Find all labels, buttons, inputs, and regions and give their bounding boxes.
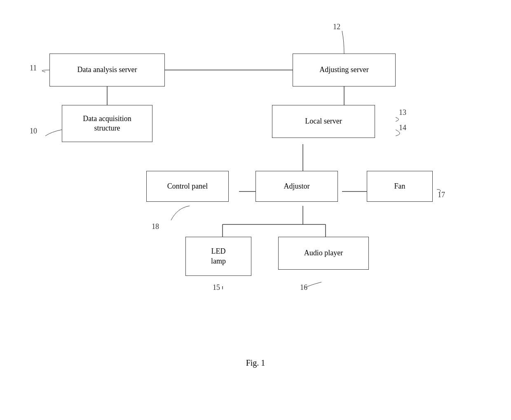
data-acquisition-structure-box: Data acquisitionstructure xyxy=(62,105,152,142)
adjusting-server-label: Adjusting server xyxy=(319,65,368,75)
local-server-label: Local server xyxy=(305,117,342,126)
fan-box: Fan xyxy=(367,171,433,202)
adjustor-box: Adjustor xyxy=(256,171,338,202)
data-acquisition-structure-label: Data acquisitionstructure xyxy=(83,114,131,133)
label-11: 11 xyxy=(30,64,37,72)
led-lamp-label: LEDlamp xyxy=(211,247,226,266)
label-15: 15 xyxy=(213,283,220,292)
control-panel-label: Control panel xyxy=(167,182,208,191)
fan-label: Fan xyxy=(394,182,406,191)
label-10: 10 xyxy=(30,127,37,135)
led-lamp-box: LEDlamp xyxy=(185,237,251,276)
adjustor-label: Adjustor xyxy=(284,182,310,191)
label-16: 16 xyxy=(300,283,307,292)
data-analysis-server-box: Data analysis server xyxy=(49,54,165,86)
audio-player-box: Audio player xyxy=(278,237,369,270)
data-analysis-server-label: Data analysis server xyxy=(77,65,137,75)
label-12: 12 xyxy=(333,23,340,31)
adjusting-server-box: Adjusting server xyxy=(293,54,396,86)
label-17: 17 xyxy=(438,191,445,199)
diagram-container: Data analysis server Adjusting server Da… xyxy=(0,0,511,420)
label-13: 13 xyxy=(399,108,406,117)
figure-caption: Fig. 1 xyxy=(231,358,280,368)
control-panel-box: Control panel xyxy=(146,171,229,202)
audio-player-label: Audio player xyxy=(304,248,343,258)
label-14: 14 xyxy=(399,124,406,132)
local-server-box: Local server xyxy=(272,105,375,138)
label-18: 18 xyxy=(152,222,159,231)
